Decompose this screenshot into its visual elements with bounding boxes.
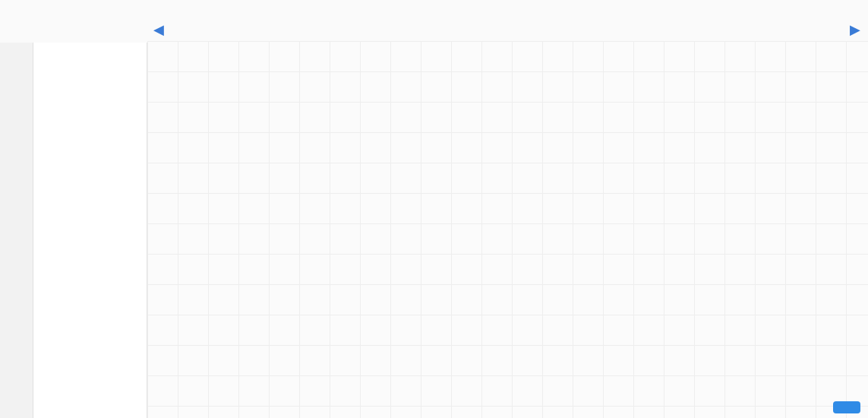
collapse-left-chevron[interactable]: ◀ <box>153 21 164 38</box>
schematic-view-button[interactable] <box>833 401 860 413</box>
drawing-canvas[interactable] <box>147 41 868 418</box>
collapse-right-chevron[interactable]: ▶ <box>850 21 860 38</box>
main-toolbar <box>197 5 822 40</box>
category-rail <box>0 43 33 418</box>
tool-palette <box>33 43 147 418</box>
